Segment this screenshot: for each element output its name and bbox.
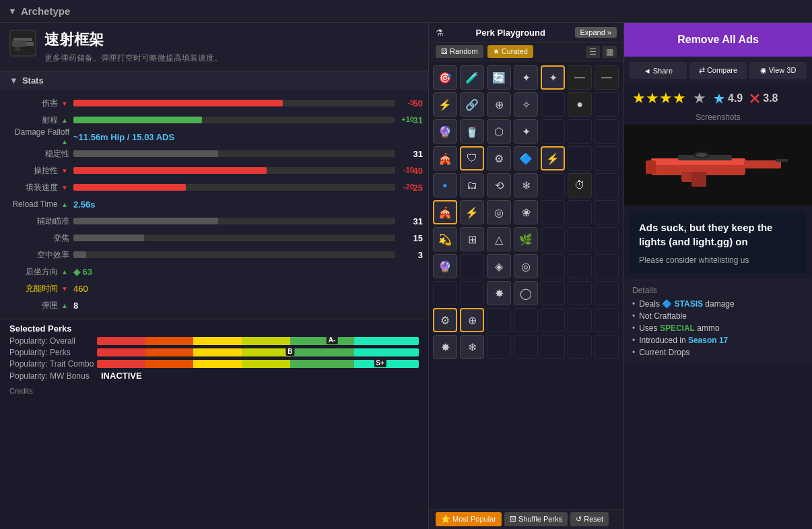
perk-slot[interactable]: 🎪: [433, 146, 457, 170]
perk-slot-empty[interactable]: [514, 308, 538, 332]
perk-slot-empty[interactable]: [568, 254, 592, 278]
svg-marker-5: [714, 94, 724, 104]
perk-slot[interactable]: ◯: [514, 281, 538, 305]
perk-slot-empty[interactable]: [487, 335, 511, 359]
perk-slot-empty[interactable]: [487, 308, 511, 332]
perk-slot-empty[interactable]: [595, 119, 619, 144]
svg-rect-4: [15, 47, 20, 51]
most-popular-button[interactable]: ⭐ Most Popular: [436, 512, 502, 526]
perk-slot-empty[interactable]: [595, 92, 619, 117]
perk-slot[interactable]: ❀: [514, 200, 538, 224]
perk-slot-empty[interactable]: [595, 173, 619, 197]
perk-slot-empty[interactable]: [595, 200, 619, 224]
svg-rect-14: [691, 172, 706, 187]
perk-slot[interactable]: ❄: [514, 173, 538, 197]
perk-slot[interactable]: 🧪: [460, 65, 484, 90]
perk-slot-empty[interactable]: [568, 281, 592, 305]
share-button[interactable]: ◄ Share: [630, 62, 687, 79]
perk-slot[interactable]: ✸: [487, 281, 511, 305]
perk-slot[interactable]: 🔹: [433, 173, 457, 197]
perk-slot[interactable]: ◎: [487, 200, 511, 224]
perk-slot[interactable]: ⬡: [487, 119, 511, 144]
screenshots-label: Screenshots: [624, 110, 812, 125]
perk-slot[interactable]: 🔄: [487, 65, 511, 90]
perk-slot-empty[interactable]: [541, 308, 565, 332]
perk-slot-empty[interactable]: [568, 146, 592, 170]
perk-slot[interactable]: 🔮: [433, 119, 457, 144]
perk-slot-selected[interactable]: ⚙: [433, 308, 457, 332]
perk-slot-empty[interactable]: [595, 254, 619, 278]
perk-slot[interactable]: 🌿: [514, 227, 538, 251]
perk-slot-empty[interactable]: [514, 335, 538, 359]
perk-slot-empty[interactable]: [568, 227, 592, 251]
perk-slot[interactable]: ⊞: [460, 227, 484, 251]
list-view-button[interactable]: ☰: [586, 46, 600, 58]
perk-slot[interactable]: △: [487, 227, 511, 251]
perk-slot-empty[interactable]: [541, 281, 565, 305]
perk-slot-selected[interactable]: 🎪: [433, 200, 457, 224]
perk-slot-selected[interactable]: ⊕: [460, 308, 484, 332]
perk-slot-empty[interactable]: [595, 227, 619, 251]
perk-slot[interactable]: 🔮: [433, 254, 457, 278]
perk-slot-empty[interactable]: ⏱: [568, 173, 592, 197]
perk-slot-selected[interactable]: ✦: [541, 65, 565, 90]
perk-slot-empty[interactable]: [541, 335, 565, 359]
perk-slot[interactable]: ⚙: [487, 146, 511, 170]
perk-slot-empty[interactable]: [568, 308, 592, 332]
perk-bottom-row: ⭐ Most Popular ⚄ Shuffle Perks ↺ Reset: [429, 509, 623, 529]
perk-slot[interactable]: 🗂: [460, 173, 484, 197]
shuffle-perks-button[interactable]: ⚄ Shuffle Perks: [504, 512, 568, 526]
perk-slot[interactable]: ⟲: [487, 173, 511, 197]
perk-slot-empty[interactable]: [595, 146, 619, 170]
top-bar: ▼ Archetype: [0, 0, 812, 23]
perk-slot[interactable]: ◎: [514, 254, 538, 278]
weapon-icon: [9, 30, 36, 57]
perk-slot[interactable]: 💫: [433, 227, 457, 251]
perk-slot[interactable]: 🔷: [514, 146, 538, 170]
perk-slot-empty[interactable]: [541, 119, 565, 144]
ad-banner[interactable]: Remove All Ads: [624, 23, 812, 57]
perk-slot-empty[interactable]: [595, 308, 619, 332]
perk-slot[interactable]: 🥤: [460, 119, 484, 144]
perk-slot-empty[interactable]: [541, 200, 565, 224]
grid-view-button[interactable]: ▦: [603, 46, 617, 58]
perk-slot-empty[interactable]: [460, 254, 484, 278]
perk-slot[interactable]: ✦: [514, 119, 538, 144]
perk-slot-empty[interactable]: ●: [568, 92, 592, 117]
perk-slot[interactable]: ✦: [514, 65, 538, 90]
perk-slot-empty[interactable]: [568, 200, 592, 224]
reset-button[interactable]: ↺ Reset: [570, 512, 609, 526]
perk-slot[interactable]: ◈: [487, 254, 511, 278]
perk-slot[interactable]: ⊕: [487, 92, 511, 117]
perk-slot-empty[interactable]: [541, 173, 565, 197]
perk-slot[interactable]: ✧: [514, 92, 538, 117]
perk-slot[interactable]: ⚡: [433, 92, 457, 117]
perk-slot[interactable]: 🎯: [433, 65, 457, 90]
perk-slot[interactable]: 🔗: [460, 92, 484, 117]
perk-slot-selected[interactable]: ⚡: [541, 146, 565, 170]
perk-slot-empty[interactable]: [541, 227, 565, 251]
random-button[interactable]: ⚄ Random: [436, 45, 483, 58]
expand-button[interactable]: Expand »: [575, 27, 617, 38]
perk-slot-empty[interactable]: [460, 281, 484, 305]
perk-slot-selected[interactable]: 🛡: [460, 146, 484, 170]
credits-link[interactable]: Credits: [0, 385, 428, 396]
perk-slot[interactable]: ⚡: [460, 200, 484, 224]
perk-slot[interactable]: ✸: [433, 335, 457, 359]
perk-slot-empty[interactable]: [568, 119, 592, 144]
perk-slot-empty[interactable]: [433, 281, 457, 305]
curated-button[interactable]: ★ Curated: [487, 45, 533, 58]
perk-slot-empty[interactable]: [568, 335, 592, 359]
perk-slot-empty[interactable]: —: [595, 65, 619, 90]
stat-row-aim-assist: 辅助瞄准 31: [5, 214, 423, 228]
perk-slot-empty[interactable]: —: [568, 65, 592, 90]
perk-slot[interactable]: ❄: [460, 335, 484, 359]
compare-button[interactable]: ⇄ Compare: [689, 62, 747, 79]
detail-craftable: • Not Craftable: [632, 311, 804, 321]
perk-slot-empty[interactable]: [541, 254, 565, 278]
detail-drops: • Current Drops: [632, 348, 804, 357]
perk-slot-empty[interactable]: [595, 335, 619, 359]
perk-slot-empty[interactable]: [595, 281, 619, 305]
view3d-button[interactable]: ◉ View 3D: [749, 62, 807, 79]
perk-slot-empty[interactable]: [541, 92, 565, 117]
